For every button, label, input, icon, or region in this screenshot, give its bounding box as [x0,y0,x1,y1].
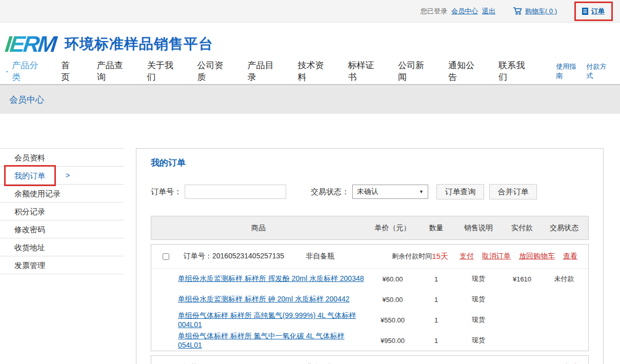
product-cell: 单组份水质监测标样 标样所 挥发酚 20ml 水质标样 200348 [151,274,366,284]
qty-cell: 1 [419,337,453,345]
column-header: 商品 [151,224,366,233]
order-no-label: 订单号： [151,187,182,197]
order-item-row: 单组份水质监测标样 标样所 挥发酚 20ml 水质标样 200348¥60.00… [151,269,588,289]
sidebar-item-label: 我的订单 [14,171,45,180]
cart-group[interactable]: 购物车( 0 ) [513,7,557,16]
sidebar-item[interactable]: 积分记录 [0,203,124,220]
remaining-time-label: 剩余付款时间 [392,252,432,261]
main-nav: · 产品分类 首页产品查询关于我们公司资质产品目录技术资料标样证书公司新闻通知公… [5,58,620,84]
order-no-label: 订单号：201605231405257135 [184,252,284,261]
order-highlight-box[interactable]: 订单 [574,2,613,21]
sale-note-cell: 现货 [453,295,504,304]
order-list-icon [582,7,589,15]
price-cell: ¥550.00 [366,316,419,324]
sidebar-item[interactable]: 余额使用记录 [0,185,124,203]
sidebar-item[interactable]: 我的订单> [0,167,124,185]
sidebar-item-label: 收货地址 [14,243,45,252]
sidebar-item[interactable]: 发票管理 [0,256,124,274]
product-link[interactable]: 单组份水质监测标样 标样所 砷 20ml 水质标样 200442 [178,295,350,303]
order-header-row: 订单号：201605231405257135非自备瓶剩余付款时间15天支付取消订… [151,245,588,269]
order-item-row: 单组份水质监测标样 标样所 砷 20ml 水质标样 200442¥50.001现… [151,289,588,310]
column-header: 实付款 [504,224,540,233]
sidebar: 会员资料我的订单>余额使用记录积分记录修改密码收货地址发票管理 [0,148,124,364]
column-header: 单价（元） [366,224,419,233]
nav-item[interactable]: 通知公告 [448,59,477,83]
sidebar-item-label: 会员资料 [14,153,45,162]
member-center-link[interactable]: 会员中心 [451,7,478,16]
order-link[interactable]: 订单 [591,7,605,16]
site-header: IERM 环境标准样品销售平台 · 产品分类 首页产品查询关于我们公司资质产品目… [0,23,620,84]
nav-item[interactable]: 首页 [61,59,75,83]
filter-row: 订单号： 交易状态： 未确认 ▼ 订单查询 合并订单 [151,184,589,199]
order-action-link[interactable]: 支付 [459,252,474,261]
cart-link[interactable]: 购物车( 0 ) [525,7,557,16]
order-action-link[interactable]: 取消订单 [482,252,511,261]
logo: IERM 环境标准样品销售平台 [5,30,620,58]
order-no-input[interactable] [185,185,286,199]
sidebar-item-label: 发票管理 [14,261,45,270]
column-header: 数量 [419,224,453,233]
product-link[interactable]: 单组份气体标样 标样所 高纯氮气(99.999%) 4L 气体标样 004L01 [178,311,356,329]
login-status: 您已登录 [421,7,447,16]
order-block: 订单号：201605171217098691非自备瓶查看 [151,355,589,364]
breadcrumb: 会员中心 [9,94,44,106]
logo-brand: IERM [4,31,59,57]
nav-item[interactable]: 关于我们 [147,59,176,83]
bullet-icon: · [5,69,9,74]
order-actions: 剩余付款时间15天支付取消订单放回购物车查看 [392,252,577,261]
merge-orders-button[interactable]: 合并订单 [489,184,537,199]
nav-right-link[interactable]: 使用指南 [556,62,579,80]
sale-note-cell: 现货 [453,315,504,325]
sale-note-cell: 现货 [453,336,504,345]
nav-product-category[interactable]: · 产品分类 [5,59,43,83]
price-cell: ¥950.00 [366,337,419,345]
sidebar-item[interactable]: 收货地址 [0,238,124,256]
product-cell: 单组份气体标样 标样所 高纯氮气(99.999%) 4L 气体标样 004L01 [151,311,366,329]
order-checkbox[interactable] [163,253,169,260]
sale-note-cell: 现货 [453,274,504,284]
price-cell: ¥60.00 [366,275,419,283]
order-action-link[interactable]: 放回购物车 [519,252,555,261]
product-link[interactable]: 单组份水质监测标样 标样所 挥发酚 20ml 水质标样 200348 [178,274,364,282]
order-item-row: 单组份气体标样 标样所 高纯氮气(99.999%) 4L 气体标样 004L01… [151,310,588,330]
nav-item[interactable]: 产品查询 [97,59,126,83]
bottle-note: 非自备瓶 [306,252,334,261]
cart-icon [513,7,523,15]
order-item-row: 单组份气体标样 标样所 氮气中一氧化碳 4L 气体标样 054L01¥950.0… [151,330,588,351]
product-link[interactable]: 单组份气体标样 标样所 氮气中一氧化碳 4L 气体标样 054L01 [178,332,345,349]
sidebar-item[interactable]: 修改密码 [0,220,124,238]
page-title: 我的订单 [151,157,589,169]
nav-right-link[interactable]: 付款方式 [587,62,610,80]
chevron-down-icon: ▼ [419,189,424,194]
status-label: 交易状态： [311,187,349,197]
paid-cell: ¥1610 [504,275,540,283]
orders-panel: 我的订单 订单号： 交易状态： 未确认 ▼ 订单查询 合并订单 商品单价（元）数… [136,148,604,364]
nav-item[interactable]: 技术资料 [297,59,327,83]
qty-cell: 1 [419,275,453,283]
order-header-row: 订单号：201605171217098691非自备瓶查看 [151,356,588,364]
order-action-link[interactable]: 查看 [563,252,577,261]
sidebar-item-label: 修改密码 [14,225,45,234]
breadcrumb-band: 会员中心 [0,84,620,114]
nav-item[interactable]: 联系我们 [498,59,528,83]
nav-item[interactable]: 标样证书 [348,59,377,83]
price-cell: ¥50.00 [366,296,419,304]
search-orders-button[interactable]: 订单查询 [436,184,484,199]
sidebar-item[interactable]: 会员资料 [0,149,124,167]
qty-cell: 1 [419,296,453,304]
nav-item[interactable]: 产品目录 [248,59,277,83]
status-cell: 未付款 [540,274,588,284]
column-header: 交易状态 [540,224,588,233]
nav-item[interactable]: 公司新闻 [398,59,427,83]
content: 会员资料我的订单>余额使用记录积分记录修改密码收货地址发票管理 我的订单 订单号… [0,114,620,364]
nav-right-links: 使用指南付款方式 [549,62,610,80]
product-cell: 单组份气体标样 标样所 氮气中一氧化碳 4L 气体标样 054L01 [151,332,366,349]
orders-list: 订单号：201605231405257135非自备瓶剩余付款时间15天支付取消订… [151,244,589,364]
nav-item[interactable]: 公司资质 [197,59,227,83]
chevron-right-icon: > [66,167,70,185]
nav-items: 首页产品查询关于我们公司资质产品目录技术资料标样证书公司新闻通知公告联系我们 [61,59,549,83]
sidebar-item-label: 余额使用记录 [14,189,61,198]
column-header: 销售说明 [453,224,504,233]
status-select[interactable]: 未确认 ▼ [352,185,428,199]
logout-link[interactable]: 退出 [482,7,495,16]
